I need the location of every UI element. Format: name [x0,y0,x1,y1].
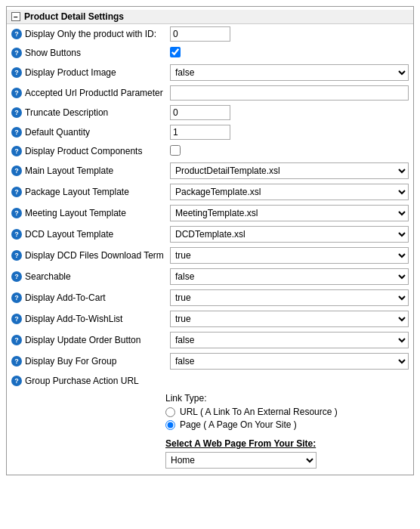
radio-row-url: URL ( A Link To An External Resource ) [165,407,409,417]
control-show-buttons [170,47,409,60]
help-icon-truncate-description[interactable]: ? [11,107,22,118]
help-icon-dcd-layout-template[interactable]: ? [11,229,22,240]
select-display-add-to-wishlist[interactable]: true false [170,311,409,327]
help-icon-display-dcd-files-download-term[interactable]: ? [11,250,22,261]
row-package-layout-template: ? Package Layout Template PackageTemplat… [7,181,413,203]
row-display-product-components: ? Display Product Components [7,142,413,160]
select-searchable[interactable]: false true [170,268,409,285]
label-group-purchase-action-url: ? Group Purchase Action URL [11,376,170,386]
select-display-product-image[interactable]: false true [170,64,409,81]
panel-header: − Product Detail Settings [7,10,413,24]
control-main-layout-template: ProductDetailTemplate.xsl [170,162,409,179]
help-icon-accepted-url-productid[interactable]: ? [11,88,22,98]
label-display-product-image: ? Display Product Image [11,67,170,78]
row-display-product-image: ? Display Product Image false true [7,62,413,83]
label-display-buy-for-group: ? Display Buy For Group [11,356,170,367]
help-icon-searchable[interactable]: ? [11,271,22,282]
label-display-product-components: ? Display Product Components [11,146,170,156]
panel-title: Product Detail Settings [24,11,124,22]
checkbox-display-product-components[interactable] [170,145,181,156]
control-accepted-url-productid [170,85,409,101]
collapse-icon[interactable]: − [11,12,20,21]
label-main-layout-template: ? Main Layout Template [11,166,170,176]
row-dcd-layout-template: ? DCD Layout Template DCDTemplate.xsl [7,224,413,245]
row-display-dcd-files-download-term: ? Display DCD Files Download Term true f… [7,245,413,266]
help-icon-display-product-components[interactable]: ? [11,146,22,156]
checkbox-show-buttons[interactable] [170,47,181,57]
row-display-add-to-cart: ? Display Add-To-Cart true false [7,287,413,308]
radio-url[interactable] [165,407,175,417]
help-icon-show-buttons[interactable]: ? [11,48,22,58]
row-display-update-order-button: ? Display Update Order Button false true [7,329,413,351]
select-display-update-order-button[interactable]: false true [170,332,409,348]
label-display-add-to-wishlist: ? Display Add-To-WishList [11,314,170,324]
help-icon-default-quantity[interactable]: ? [11,127,22,138]
control-default-quantity [170,125,409,140]
radio-page[interactable] [165,420,175,430]
help-icon-display-add-to-cart[interactable]: ? [11,292,22,303]
web-page-section-label: Select A Web Page From Your Site: [165,438,409,449]
row-main-layout-template: ? Main Layout Template ProductDetailTemp… [7,160,413,181]
label-radio-page: Page ( A Page On Your Site ) [180,419,297,430]
control-display-buy-for-group: false true [170,353,409,370]
row-display-add-to-wishlist: ? Display Add-To-WishList true false [7,308,413,329]
row-default-quantity: ? Default Quantity [7,122,413,142]
input-default-quantity[interactable] [170,125,230,140]
label-display-update-order-button: ? Display Update Order Button [11,335,170,345]
row-display-only-product-id: ? Display Only the product with ID: [7,24,413,44]
row-display-buy-for-group: ? Display Buy For Group false true [7,351,413,372]
help-icon-display-buy-for-group[interactable]: ? [11,356,22,367]
select-package-layout-template[interactable]: PackageTemplate.xsl [170,184,409,200]
label-show-buttons: ? Show Buttons [11,48,170,58]
control-dcd-layout-template: DCDTemplate.xsl [170,226,409,243]
select-display-dcd-files-download-term[interactable]: true false [170,247,409,264]
product-detail-settings-panel: − Product Detail Settings ? Display Only… [6,6,414,475]
row-meeting-layout-template: ? Meeting Layout Template MeetingTemplat… [7,203,413,224]
help-icon-display-add-to-wishlist[interactable]: ? [11,314,22,324]
label-default-quantity: ? Default Quantity [11,127,170,138]
row-group-purchase-action-url: ? Group Purchase Action URL [7,372,413,390]
control-display-product-components [170,145,409,158]
help-icon-main-layout-template[interactable]: ? [11,166,22,176]
input-truncate-description[interactable] [170,105,230,120]
label-display-dcd-files-download-term: ? Display DCD Files Download Term [11,250,170,261]
help-icon-display-only-product-id[interactable]: ? [11,29,22,39]
label-package-layout-template: ? Package Layout Template [11,187,170,197]
help-icon-display-update-order-button[interactable]: ? [11,335,22,345]
select-web-page[interactable]: Home [165,452,317,469]
label-display-add-to-cart: ? Display Add-To-Cart [11,292,170,303]
link-type-label: Link Type: [165,393,409,404]
label-searchable: ? Searchable [11,271,170,282]
label-truncate-description: ? Truncate Description [11,107,170,118]
control-display-add-to-cart: true false [170,289,409,306]
control-display-product-image: false true [170,64,409,81]
label-display-only-product-id: ? Display Only the product with ID: [11,29,170,39]
input-display-only-product-id[interactable] [170,26,230,42]
help-icon-meeting-layout-template[interactable]: ? [11,208,22,218]
control-display-update-order-button: false true [170,332,409,348]
select-display-buy-for-group[interactable]: false true [170,353,409,370]
select-main-layout-template[interactable]: ProductDetailTemplate.xsl [170,162,409,179]
select-display-add-to-cart[interactable]: true false [170,289,409,306]
row-searchable: ? Searchable false true [7,266,413,287]
select-dcd-layout-template[interactable]: DCDTemplate.xsl [170,226,409,243]
control-display-only-product-id [170,26,409,42]
link-type-section: Link Type: URL ( A Link To An External R… [7,390,413,435]
row-show-buttons: ? Show Buttons [7,44,413,62]
control-searchable: false true [170,268,409,285]
select-meeting-layout-template[interactable]: MeetingTemplate.xsl [170,205,409,221]
label-meeting-layout-template: ? Meeting Layout Template [11,208,170,218]
help-icon-group-purchase-action-url[interactable]: ? [11,376,22,386]
control-meeting-layout-template: MeetingTemplate.xsl [170,205,409,221]
row-truncate-description: ? Truncate Description [7,103,413,122]
help-icon-package-layout-template[interactable]: ? [11,187,22,197]
help-icon-display-product-image[interactable]: ? [11,67,22,78]
row-accepted-url-productid: ? Accepted Url ProductId Parameter [7,83,413,103]
control-truncate-description [170,105,409,120]
input-accepted-url-productid[interactable] [170,85,409,101]
control-display-add-to-wishlist: true false [170,311,409,327]
label-accepted-url-productid: ? Accepted Url ProductId Parameter [11,88,170,98]
label-dcd-layout-template: ? DCD Layout Template [11,229,170,240]
control-package-layout-template: PackageTemplate.xsl [170,184,409,200]
web-page-section: Select A Web Page From Your Site: Home [7,435,413,472]
